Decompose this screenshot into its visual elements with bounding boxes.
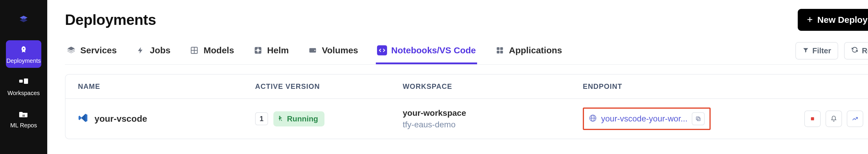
page-title: Deployments: [65, 11, 156, 28]
helm-icon: [253, 45, 263, 55]
tab-label: Services: [80, 45, 117, 55]
tab-label: Volumes: [322, 45, 358, 55]
metrics-button[interactable]: [847, 110, 863, 127]
layers-icon: [66, 45, 76, 55]
svg-rect-5: [24, 114, 25, 117]
svg-point-24: [279, 116, 280, 117]
nav-label: Deployments: [6, 57, 41, 64]
col-active-version: ACTIVE VERSION: [255, 82, 403, 91]
tab-label: Models: [204, 45, 234, 55]
nav-label: Workspaces: [7, 90, 40, 97]
new-deployment-label: New Deployment: [817, 15, 868, 25]
code-icon: [377, 45, 387, 55]
filter-icon: [802, 46, 809, 55]
running-icon: [278, 114, 284, 124]
svg-rect-20: [497, 47, 499, 50]
svg-marker-1: [20, 18, 27, 22]
nav-workspaces[interactable]: Workspaces: [6, 73, 41, 100]
plus-icon: [807, 15, 813, 25]
stop-button[interactable]: [804, 110, 821, 127]
status-label: Running: [287, 114, 318, 124]
bolt-icon: [135, 45, 146, 55]
logo-icon: [17, 12, 30, 25]
nav-ml-repos[interactable]: ML Repos: [6, 105, 41, 132]
endpoint-link[interactable]: your-vscode-your-wor...: [601, 114, 688, 124]
workspace-cluster: tfy-eaus-demo: [403, 119, 583, 130]
deployment-name: your-vscode: [94, 114, 147, 124]
workspace-cell: your-workspace tfy-eaus-demo: [403, 107, 583, 130]
version-cell: 1 Running: [255, 111, 403, 126]
apps-icon: [495, 45, 505, 55]
disk-icon: [308, 45, 318, 55]
alerts-button[interactable]: [826, 110, 842, 127]
copy-icon: [695, 116, 701, 122]
col-workspace: WORKSPACE: [403, 82, 583, 91]
refresh-label: Refresh: [862, 46, 868, 55]
controls: Filter Refresh: [795, 42, 868, 64]
col-endpoint: ENDPOINT: [583, 82, 804, 91]
tab-jobs[interactable]: Jobs: [134, 42, 172, 64]
workspaces-icon: [18, 77, 29, 87]
svg-rect-23: [500, 51, 503, 53]
workspace-name: your-workspace: [403, 107, 583, 119]
tab-models[interactable]: Models: [188, 42, 235, 64]
col-name: NAME: [78, 82, 255, 91]
filter-label: Filter: [812, 46, 831, 55]
nav-deployments[interactable]: Deployments: [6, 40, 41, 68]
tab-volumes[interactable]: Volumes: [306, 42, 359, 64]
tab-services[interactable]: Services: [65, 42, 118, 64]
tab-helm[interactable]: Helm: [252, 42, 290, 64]
sidebar: Deployments Workspaces ML Repos: [0, 0, 47, 154]
vscode-icon: [78, 113, 88, 125]
tab-notebooks-vscode[interactable]: Notebooks/VS Code: [376, 42, 477, 64]
nav-label: ML Repos: [10, 122, 37, 129]
deployments-table: NAME ACTIVE VERSION WORKSPACE ENDPOINT y…: [65, 74, 868, 139]
row-actions: [804, 110, 868, 127]
new-deployment-button[interactable]: New Deployment: [798, 9, 868, 31]
tabs: Services Jobs Models Helm: [65, 42, 563, 64]
svg-rect-21: [500, 47, 503, 50]
chart-icon: [852, 116, 858, 122]
endpoint-highlight: your-vscode-your-wor...: [583, 107, 711, 130]
svg-rect-3: [24, 78, 28, 84]
refresh-icon: [851, 46, 858, 55]
header: Deployments New Deployment: [65, 9, 868, 31]
refresh-button[interactable]: Refresh: [844, 42, 868, 59]
tabs-bar: Services Jobs Models Helm: [65, 42, 868, 65]
svg-rect-4: [23, 114, 23, 117]
endpoint-cell: your-vscode-your-wor...: [583, 107, 804, 130]
table-header: NAME ACTIVE VERSION WORKSPACE ENDPOINT: [66, 75, 868, 99]
svg-rect-29: [696, 117, 699, 120]
globe-icon: [589, 114, 597, 124]
copy-endpoint-button[interactable]: [692, 112, 705, 125]
svg-point-19: [314, 50, 316, 51]
tab-label: Helm: [267, 45, 289, 55]
svg-rect-22: [497, 51, 499, 53]
main-content: Deployments New Deployment Services Jobs: [47, 0, 868, 154]
tab-label: Applications: [509, 45, 562, 55]
table-row[interactable]: your-vscode 1 Running your-workspace tfy…: [66, 99, 868, 138]
stop-icon: [810, 116, 815, 122]
tab-label: Notebooks/VS Code: [391, 45, 476, 55]
name-cell: your-vscode: [78, 113, 255, 125]
svg-rect-28: [697, 118, 700, 121]
tab-applications[interactable]: Applications: [494, 42, 563, 64]
tab-label: Jobs: [150, 45, 170, 55]
rocket-icon: [18, 45, 29, 55]
svg-rect-30: [811, 117, 814, 121]
filter-button[interactable]: Filter: [795, 42, 838, 59]
svg-rect-2: [19, 80, 23, 83]
folder-icon: [18, 109, 29, 120]
grid-icon: [189, 45, 199, 55]
app-logo: [16, 11, 32, 27]
version-chip[interactable]: 1: [255, 112, 268, 125]
status-chip: Running: [273, 111, 324, 126]
bell-icon: [831, 116, 837, 122]
